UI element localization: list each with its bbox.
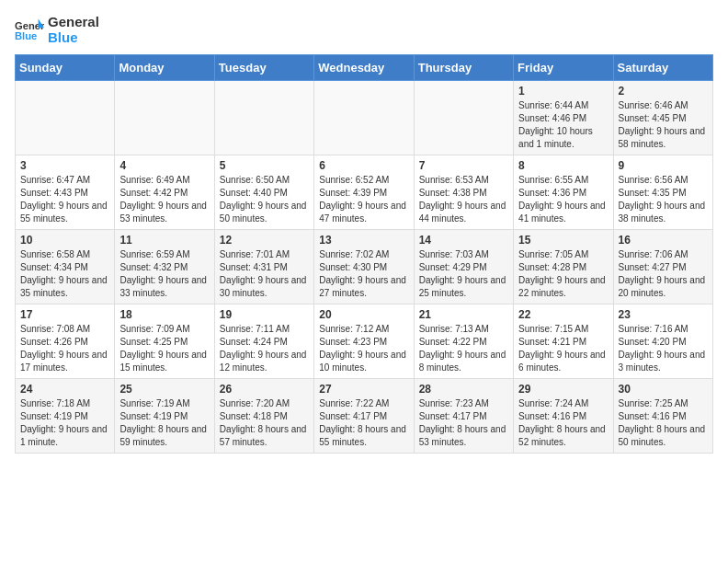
day-info: Sunrise: 7:24 AM Sunset: 4:16 PM Dayligh…: [518, 397, 608, 449]
day-number: 13: [319, 234, 408, 247]
day-number: 21: [419, 308, 508, 321]
day-number: 30: [619, 383, 708, 396]
day-number: 11: [119, 234, 209, 247]
day-number: 14: [419, 234, 508, 247]
calendar-cell: 25Sunrise: 7:19 AM Sunset: 4:19 PM Dayli…: [115, 379, 214, 454]
calendar-cell: 24Sunrise: 7:18 AM Sunset: 4:19 PM Dayli…: [16, 379, 115, 454]
day-number: 12: [220, 234, 309, 247]
calendar-cell: 13Sunrise: 7:02 AM Sunset: 4:30 PM Dayli…: [314, 230, 414, 304]
day-number: 25: [119, 383, 209, 396]
weekday-header-monday: Monday: [115, 55, 214, 81]
day-number: 7: [419, 159, 508, 172]
day-number: 1: [518, 85, 608, 98]
calendar-cell: 22Sunrise: 7:15 AM Sunset: 4:21 PM Dayli…: [514, 304, 613, 379]
day-number: 29: [518, 383, 608, 396]
weekday-header-wednesday: Wednesday: [314, 55, 414, 81]
day-info: Sunrise: 7:25 AM Sunset: 4:16 PM Dayligh…: [619, 397, 708, 449]
calendar-cell: 8Sunrise: 6:55 AM Sunset: 4:36 PM Daylig…: [514, 155, 613, 230]
day-info: Sunrise: 6:53 AM Sunset: 4:38 PM Dayligh…: [419, 174, 508, 225]
day-number: 19: [220, 308, 309, 321]
day-number: 27: [319, 383, 408, 396]
day-info: Sunrise: 7:02 AM Sunset: 4:30 PM Dayligh…: [319, 248, 408, 300]
weekday-header-sunday: Sunday: [16, 55, 115, 81]
calendar-table: SundayMondayTuesdayWednesdayThursdayFrid…: [15, 54, 713, 454]
day-number: 23: [619, 308, 708, 321]
calendar-cell: 10Sunrise: 6:58 AM Sunset: 4:34 PM Dayli…: [16, 230, 115, 304]
day-number: 4: [119, 159, 209, 172]
day-info: Sunrise: 6:50 AM Sunset: 4:40 PM Dayligh…: [220, 174, 309, 225]
day-info: Sunrise: 7:01 AM Sunset: 4:31 PM Dayligh…: [220, 248, 309, 300]
day-info: Sunrise: 7:16 AM Sunset: 4:20 PM Dayligh…: [619, 323, 708, 374]
calendar-cell: 7Sunrise: 6:53 AM Sunset: 4:38 PM Daylig…: [414, 155, 513, 230]
day-info: Sunrise: 7:18 AM Sunset: 4:19 PM Dayligh…: [20, 397, 109, 449]
day-number: 6: [319, 159, 408, 172]
day-info: Sunrise: 6:58 AM Sunset: 4:34 PM Dayligh…: [20, 248, 109, 300]
day-info: Sunrise: 7:15 AM Sunset: 4:21 PM Dayligh…: [518, 323, 608, 374]
calendar-cell: 18Sunrise: 7:09 AM Sunset: 4:25 PM Dayli…: [115, 304, 214, 379]
day-number: 5: [220, 159, 309, 172]
day-info: Sunrise: 6:49 AM Sunset: 4:42 PM Dayligh…: [119, 174, 209, 225]
calendar-cell: 29Sunrise: 7:24 AM Sunset: 4:16 PM Dayli…: [514, 379, 613, 454]
day-info: Sunrise: 6:52 AM Sunset: 4:39 PM Dayligh…: [319, 174, 408, 225]
weekday-header-tuesday: Tuesday: [214, 55, 313, 81]
calendar-cell: 21Sunrise: 7:13 AM Sunset: 4:22 PM Dayli…: [414, 304, 513, 379]
day-number: 16: [619, 234, 708, 247]
day-info: Sunrise: 7:22 AM Sunset: 4:17 PM Dayligh…: [319, 397, 408, 449]
week-row-4: 17Sunrise: 7:08 AM Sunset: 4:26 PM Dayli…: [16, 304, 713, 379]
day-info: Sunrise: 7:11 AM Sunset: 4:24 PM Dayligh…: [220, 323, 309, 374]
calendar-cell: 26Sunrise: 7:20 AM Sunset: 4:18 PM Dayli…: [214, 379, 313, 454]
logo-blue: Blue: [48, 30, 99, 46]
day-number: 17: [20, 308, 109, 321]
day-info: Sunrise: 6:55 AM Sunset: 4:36 PM Dayligh…: [518, 174, 608, 225]
day-info: Sunrise: 7:13 AM Sunset: 4:22 PM Dayligh…: [419, 323, 508, 374]
calendar-cell: [16, 81, 115, 155]
day-number: 28: [419, 383, 508, 396]
day-number: 24: [20, 383, 109, 396]
day-info: Sunrise: 6:46 AM Sunset: 4:45 PM Dayligh…: [619, 99, 708, 151]
svg-text:Blue: Blue: [15, 30, 37, 41]
calendar-cell: [214, 81, 313, 155]
calendar-cell: [414, 81, 513, 155]
calendar-cell: 2Sunrise: 6:46 AM Sunset: 4:45 PM Daylig…: [613, 81, 712, 155]
week-row-2: 3Sunrise: 6:47 AM Sunset: 4:43 PM Daylig…: [16, 155, 713, 230]
calendar-cell: 11Sunrise: 6:59 AM Sunset: 4:32 PM Dayli…: [115, 230, 214, 304]
week-row-1: 1Sunrise: 6:44 AM Sunset: 4:46 PM Daylig…: [16, 81, 713, 155]
calendar-cell: 5Sunrise: 6:50 AM Sunset: 4:40 PM Daylig…: [214, 155, 313, 230]
calendar-cell: [314, 81, 414, 155]
day-info: Sunrise: 7:03 AM Sunset: 4:29 PM Dayligh…: [419, 248, 508, 300]
calendar-cell: 23Sunrise: 7:16 AM Sunset: 4:20 PM Dayli…: [613, 304, 712, 379]
calendar-cell: 3Sunrise: 6:47 AM Sunset: 4:43 PM Daylig…: [16, 155, 115, 230]
day-info: Sunrise: 7:09 AM Sunset: 4:25 PM Dayligh…: [119, 323, 209, 374]
day-number: 10: [20, 234, 109, 247]
day-number: 26: [220, 383, 309, 396]
calendar-cell: 16Sunrise: 7:06 AM Sunset: 4:27 PM Dayli…: [613, 230, 712, 304]
weekday-header-row: SundayMondayTuesdayWednesdayThursdayFrid…: [16, 55, 713, 81]
day-number: 22: [518, 308, 608, 321]
week-row-3: 10Sunrise: 6:58 AM Sunset: 4:34 PM Dayli…: [16, 230, 713, 304]
calendar-cell: 17Sunrise: 7:08 AM Sunset: 4:26 PM Dayli…: [16, 304, 115, 379]
day-number: 15: [518, 234, 608, 247]
calendar-cell: 28Sunrise: 7:23 AM Sunset: 4:17 PM Dayli…: [414, 379, 513, 454]
day-info: Sunrise: 7:06 AM Sunset: 4:27 PM Dayligh…: [619, 248, 708, 300]
calendar-cell: 30Sunrise: 7:25 AM Sunset: 4:16 PM Dayli…: [613, 379, 712, 454]
logo-general: General: [48, 15, 99, 30]
logo: General Blue General Blue: [15, 15, 99, 45]
day-info: Sunrise: 6:47 AM Sunset: 4:43 PM Dayligh…: [20, 174, 109, 225]
day-info: Sunrise: 7:12 AM Sunset: 4:23 PM Dayligh…: [319, 323, 408, 374]
calendar-cell: 6Sunrise: 6:52 AM Sunset: 4:39 PM Daylig…: [314, 155, 414, 230]
calendar-cell: 15Sunrise: 7:05 AM Sunset: 4:28 PM Dayli…: [514, 230, 613, 304]
calendar-cell: 20Sunrise: 7:12 AM Sunset: 4:23 PM Dayli…: [314, 304, 414, 379]
day-info: Sunrise: 6:59 AM Sunset: 4:32 PM Dayligh…: [119, 248, 209, 300]
header: General Blue General Blue: [15, 15, 713, 45]
day-number: 20: [319, 308, 408, 321]
day-info: Sunrise: 6:56 AM Sunset: 4:35 PM Dayligh…: [619, 174, 708, 225]
day-number: 3: [20, 159, 109, 172]
day-number: 2: [619, 85, 708, 98]
calendar-cell: 1Sunrise: 6:44 AM Sunset: 4:46 PM Daylig…: [514, 81, 613, 155]
calendar-cell: 9Sunrise: 6:56 AM Sunset: 4:35 PM Daylig…: [613, 155, 712, 230]
weekday-header-friday: Friday: [514, 55, 613, 81]
calendar-cell: 27Sunrise: 7:22 AM Sunset: 4:17 PM Dayli…: [314, 379, 414, 454]
day-info: Sunrise: 7:08 AM Sunset: 4:26 PM Dayligh…: [20, 323, 109, 374]
day-info: Sunrise: 7:19 AM Sunset: 4:19 PM Dayligh…: [119, 397, 209, 449]
logo-icon: General Blue: [15, 17, 44, 43]
